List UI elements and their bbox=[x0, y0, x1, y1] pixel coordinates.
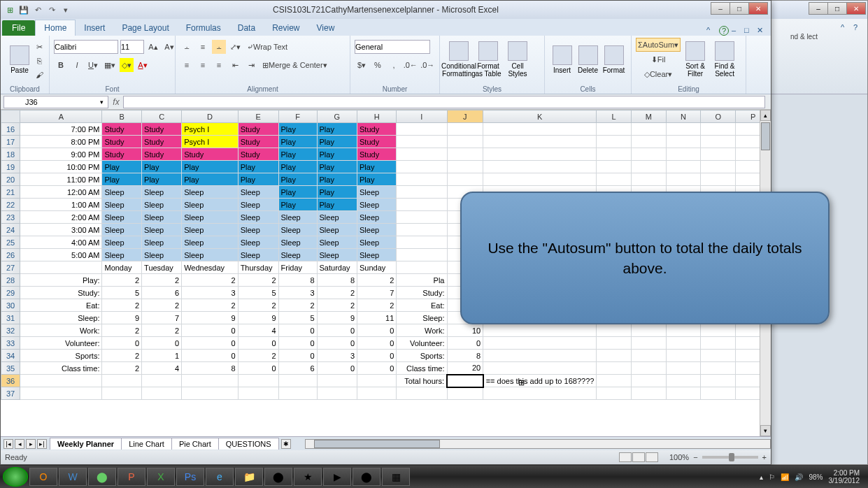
cell-H33[interactable]: 0 bbox=[357, 337, 397, 350]
cell-A22[interactable]: 1:00 AM bbox=[20, 199, 102, 211]
italic-button[interactable]: I bbox=[70, 58, 84, 72]
cell-G34[interactable]: 3 bbox=[317, 350, 357, 362]
cell-E18[interactable]: Study bbox=[238, 148, 278, 161]
taskbar-camtasia-icon[interactable]: ⬤ bbox=[88, 468, 116, 486]
cell-I28[interactable]: Pla bbox=[397, 274, 447, 287]
cell-I20[interactable] bbox=[397, 173, 447, 186]
cell-D29[interactable]: 3 bbox=[182, 287, 238, 299]
cell-I24[interactable] bbox=[397, 224, 447, 236]
row-header-17[interactable]: 17 bbox=[1, 136, 20, 148]
col-header-B[interactable]: B bbox=[102, 110, 142, 123]
cell-G21[interactable]: Play bbox=[317, 186, 357, 199]
indent-inc-icon[interactable]: ⇥ bbox=[244, 58, 258, 72]
cell-A23[interactable]: 2:00 AM bbox=[20, 211, 102, 224]
cell-I29[interactable]: Study: bbox=[397, 287, 447, 299]
dec-decimal-icon[interactable]: .0→ bbox=[420, 58, 436, 72]
cell-B16[interactable]: Study bbox=[102, 123, 142, 136]
cell-D21[interactable]: Sleep bbox=[182, 186, 238, 199]
cell-C22[interactable]: Sleep bbox=[142, 199, 182, 211]
cell-O18[interactable] bbox=[701, 148, 736, 161]
cell-A33[interactable]: Volunteer: bbox=[20, 337, 102, 350]
cell-B30[interactable]: 2 bbox=[102, 299, 142, 312]
tab-insert[interactable]: Insert bbox=[76, 20, 113, 36]
cell-K20[interactable] bbox=[483, 173, 597, 186]
col-header-E[interactable]: E bbox=[238, 110, 278, 123]
tray-battery[interactable]: 98% bbox=[809, 473, 823, 481]
doc-minimize-icon[interactable]: – bbox=[732, 26, 741, 36]
cell-N37[interactable] bbox=[666, 387, 701, 400]
cut-icon[interactable]: ✂ bbox=[32, 40, 46, 54]
col-header-D[interactable]: D bbox=[182, 110, 238, 123]
row-header-26[interactable]: 26 bbox=[1, 249, 20, 261]
cell-E28[interactable]: 2 bbox=[238, 274, 278, 287]
qat-dropdown-icon[interactable]: ▾ bbox=[59, 3, 72, 16]
close-button[interactable]: ✕ bbox=[748, 2, 768, 15]
cell-E27[interactable]: Thursday bbox=[238, 261, 278, 274]
taskbar-powerpoint-icon[interactable]: P bbox=[118, 468, 145, 486]
cell-L19[interactable] bbox=[597, 161, 631, 173]
cell-D16[interactable]: Psych I bbox=[182, 123, 238, 136]
cell-N20[interactable] bbox=[666, 173, 701, 186]
cell-E36[interactable] bbox=[238, 375, 278, 387]
cell-J33[interactable]: 0 bbox=[447, 337, 483, 350]
clear-button[interactable]: ◇ Clear ▾ bbox=[636, 67, 681, 81]
cell-G36[interactable] bbox=[317, 375, 357, 387]
cell-G20[interactable]: Play bbox=[317, 173, 357, 186]
currency-icon[interactable]: $▾ bbox=[355, 58, 369, 72]
font-name-select[interactable] bbox=[54, 40, 118, 54]
tray-up-icon[interactable]: ▴ bbox=[760, 473, 763, 481]
cell-M18[interactable] bbox=[631, 148, 666, 161]
zoom-thumb[interactable] bbox=[729, 453, 734, 461]
orientation-icon[interactable]: ⤢▾ bbox=[228, 40, 243, 54]
bg-minimize-button[interactable]: – bbox=[809, 2, 828, 15]
cell-K32[interactable] bbox=[483, 324, 597, 337]
cell-C24[interactable]: Sleep bbox=[142, 224, 182, 236]
cell-K36[interactable]: == does this add up to 168???? bbox=[483, 375, 597, 387]
number-format-select[interactable] bbox=[355, 40, 430, 54]
cell-G18[interactable]: Play bbox=[317, 148, 357, 161]
cell-E37[interactable] bbox=[238, 387, 278, 400]
cell-M36[interactable] bbox=[631, 375, 666, 387]
cell-C19[interactable]: Play bbox=[142, 161, 182, 173]
sort-filter-button[interactable]: Sort & Filter bbox=[681, 38, 710, 81]
cell-G22[interactable]: Play bbox=[317, 199, 357, 211]
tab-page-layout[interactable]: Page Layout bbox=[113, 20, 177, 36]
bg-help-icon[interactable]: ? bbox=[853, 23, 863, 33]
sheet-tab-questions[interactable]: QUESTIONS bbox=[218, 438, 279, 450]
row-header-21[interactable]: 21 bbox=[1, 186, 20, 199]
row-header-37[interactable]: 37 bbox=[1, 387, 20, 400]
cell-J32[interactable]: 10 bbox=[447, 324, 483, 337]
tray-network-icon[interactable]: 📶 bbox=[781, 473, 789, 481]
cell-O36[interactable] bbox=[701, 375, 736, 387]
cell-L36[interactable] bbox=[597, 375, 631, 387]
cell-N19[interactable] bbox=[666, 161, 701, 173]
cell-F18[interactable]: Play bbox=[278, 148, 317, 161]
cell-A30[interactable]: Eat: bbox=[20, 299, 102, 312]
cell-A28[interactable]: Play: bbox=[20, 274, 102, 287]
col-header-N[interactable]: N bbox=[666, 110, 701, 123]
min-ribbon-icon[interactable]: ^ bbox=[706, 26, 716, 36]
cell-D20[interactable]: Play bbox=[182, 173, 238, 186]
cell-K34[interactable] bbox=[483, 350, 597, 362]
cell-G16[interactable]: Play bbox=[317, 123, 357, 136]
cell-H22[interactable]: Sleep bbox=[357, 199, 397, 211]
cell-J16[interactable] bbox=[447, 123, 483, 136]
cell-I18[interactable] bbox=[397, 148, 447, 161]
cell-N35[interactable] bbox=[666, 362, 701, 375]
col-header-C[interactable]: C bbox=[142, 110, 182, 123]
cell-C34[interactable]: 1 bbox=[142, 350, 182, 362]
col-header-K[interactable]: K bbox=[483, 110, 597, 123]
cell-I26[interactable] bbox=[397, 249, 447, 261]
cell-D37[interactable] bbox=[182, 387, 238, 400]
col-header-F[interactable]: F bbox=[278, 110, 317, 123]
cell-I36[interactable]: Total hours: bbox=[397, 375, 447, 387]
cell-B18[interactable]: Study bbox=[102, 148, 142, 161]
cell-I21[interactable] bbox=[397, 186, 447, 199]
merge-center-button[interactable]: ⊞ Merge & Center ▾ bbox=[260, 58, 329, 72]
cell-D26[interactable]: Sleep bbox=[182, 249, 238, 261]
format-as-table-button[interactable]: Format as Table bbox=[474, 38, 503, 81]
row-header-28[interactable]: 28 bbox=[1, 274, 20, 287]
cell-M19[interactable] bbox=[631, 161, 666, 173]
cell-C23[interactable]: Sleep bbox=[142, 211, 182, 224]
cell-F34[interactable]: 0 bbox=[278, 350, 317, 362]
